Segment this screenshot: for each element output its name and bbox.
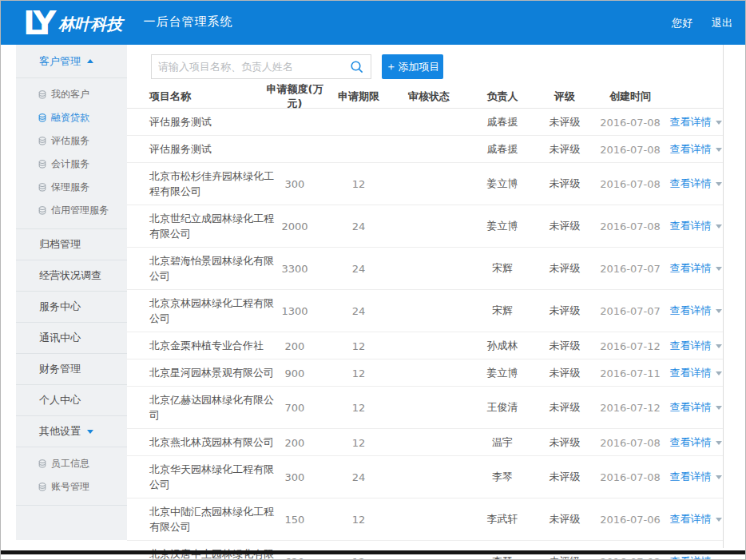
- caret-down-icon[interactable]: [716, 344, 722, 348]
- table-row: 北京碧海怡景园林绿化有限公司 3300 24 宋辉 未评级 2016-07-07…: [127, 248, 723, 290]
- sidebar-subitem-label: 我的客户: [51, 88, 89, 101]
- table-row: 北京燕北林茂园林有限公司 200 12 温宇 未评级 2016-07-08 查看…: [127, 429, 723, 456]
- caret-down-icon[interactable]: [716, 148, 722, 152]
- rating-value: 未评级: [538, 219, 591, 233]
- project-name: 北京金栗种植专业合作社: [149, 332, 279, 359]
- caret-down-icon[interactable]: [716, 371, 722, 375]
- view-details-link[interactable]: 查看详情: [670, 367, 712, 379]
- view-details-link[interactable]: 查看详情: [670, 177, 712, 189]
- sidebar-item-7[interactable]: 其他设置: [16, 416, 127, 447]
- owner-value: 姜立博: [470, 219, 534, 233]
- coin-stack-icon: [38, 90, 46, 99]
- action-cell: 查看详情: [667, 142, 724, 157]
- owner-value: 李琴: [470, 554, 534, 560]
- sidebar-subitem-7-1[interactable]: 账号管理: [16, 475, 127, 498]
- search-input[interactable]: [152, 55, 350, 78]
- logout-link[interactable]: 退出: [712, 16, 732, 30]
- add-project-button[interactable]: ＋ 添加项目: [382, 54, 443, 79]
- sidebar-item-5[interactable]: 财务管理: [16, 354, 127, 384]
- action-cell: 查看详情: [667, 400, 724, 415]
- caret-down-icon[interactable]: [716, 121, 722, 125]
- term-value: 12: [336, 436, 381, 448]
- term-value: 24: [336, 471, 381, 483]
- sidebar-item-1[interactable]: 归档管理: [16, 229, 127, 260]
- col-header-owner: 负责人: [470, 89, 534, 104]
- coin-stack-icon: [38, 459, 46, 468]
- sidebar-submenu: 员工信息账号管理: [16, 447, 127, 505]
- sidebar-item-label: 个人中心: [39, 393, 81, 407]
- main-content: ＋ 添加项目 项目名称 申请额度(万元) 申请期限 审核状态 负责人 评级 创建…: [127, 45, 724, 548]
- amount-value: 300: [263, 178, 327, 190]
- project-name: 北京燕北林茂园林有限公司: [149, 429, 279, 455]
- owner-value: 温宇: [470, 435, 534, 450]
- sidebar-subitem-0-4[interactable]: 保理服务: [16, 176, 127, 199]
- table-row: 北京金栗种植专业合作社 200 12 孙成林 未评级 2016-07-12 查看…: [127, 332, 723, 359]
- sidebar-item-6[interactable]: 个人中心: [16, 385, 127, 415]
- sidebar-item-2[interactable]: 经营状况调查: [16, 260, 127, 291]
- sidebar-subitem-0-3[interactable]: 会计服务: [16, 153, 127, 176]
- table-row: 评估服务测试 戚春援 未评级 2016-07-08 查看详情: [127, 136, 723, 163]
- sidebar-item-4[interactable]: 通讯中心: [16, 323, 127, 353]
- coin-stack-icon: [38, 160, 46, 169]
- caret-down-icon: [87, 430, 93, 434]
- owner-value: 姜立博: [470, 366, 534, 380]
- sidebar-subitem-7-0[interactable]: 员工信息: [16, 452, 127, 475]
- sidebar-group: 其他设置员工信息账号管理: [16, 416, 127, 506]
- owner-value: 宋辉: [470, 304, 534, 318]
- sidebar-item-0[interactable]: 客户管理: [16, 45, 127, 77]
- view-details-link[interactable]: 查看详情: [670, 340, 712, 351]
- sidebar-subitem-0-5[interactable]: 信用管理服务: [16, 199, 127, 222]
- created-date: 2016-07-08: [598, 178, 662, 190]
- rating-value: 未评级: [538, 142, 591, 157]
- action-cell: 查看详情: [667, 512, 724, 526]
- view-details-link[interactable]: 查看详情: [670, 401, 712, 413]
- toolbar: ＋ 添加项目: [127, 45, 723, 85]
- rating-value: 未评级: [538, 470, 591, 484]
- sidebar-subitem-label: 保理服务: [51, 181, 89, 194]
- view-details-link[interactable]: 查看详情: [670, 143, 712, 155]
- table-row: 北京华天园林绿化工程有限公司 300 24 李琴 未评级 2016-07-08 …: [127, 456, 723, 498]
- logo-company-name: 林叶科技: [58, 14, 122, 37]
- caret-down-icon[interactable]: [716, 406, 722, 410]
- caret-up-icon: [87, 59, 93, 63]
- system-title: 一后台管理系统: [143, 14, 232, 31]
- rating-value: 未评级: [538, 435, 591, 450]
- view-details-link[interactable]: 查看详情: [670, 116, 712, 128]
- table-row: 评估服务测试 戚春援 未评级 2016-07-08 查看详情: [127, 109, 723, 136]
- caret-down-icon[interactable]: [716, 182, 722, 186]
- projects-table: 项目名称 申请额度(万元) 申请期限 审核状态 负责人 评级 创建时间 评估服务…: [127, 85, 723, 560]
- search-icon[interactable]: [350, 60, 371, 74]
- top-header: LY 林叶科技 一后台管理系统 您好 退出: [1, 1, 745, 45]
- caret-down-icon[interactable]: [716, 518, 722, 522]
- view-details-link[interactable]: 查看详情: [670, 471, 712, 483]
- project-name: 北京碧海怡景园林绿化有限公司: [149, 248, 279, 289]
- owner-value: 李武轩: [470, 512, 534, 526]
- owner-value: 宋辉: [470, 261, 534, 276]
- sidebar-subitem-0-2[interactable]: 评估服务: [16, 129, 127, 153]
- app-window: LY 林叶科技 一后台管理系统 您好 退出 客户管理我的客户融资贷款评估服务会计…: [0, 0, 746, 560]
- view-details-link[interactable]: 查看详情: [670, 513, 712, 525]
- sidebar-subitem-0-1[interactable]: 融资贷款: [16, 106, 127, 129]
- sidebar-subitem-0-0[interactable]: 我的客户: [16, 83, 127, 106]
- col-header-created: 创建时间: [598, 89, 662, 104]
- caret-down-icon[interactable]: [716, 267, 722, 271]
- amount-value: 700: [263, 402, 327, 414]
- sidebar-subitem-label: 账号管理: [51, 480, 89, 494]
- term-value: 12: [336, 402, 381, 414]
- sidebar-item-3[interactable]: 服务中心: [16, 292, 127, 322]
- created-date: 2016-07-07: [598, 263, 662, 275]
- owner-value: 姜立博: [470, 177, 534, 191]
- caret-down-icon[interactable]: [716, 224, 722, 228]
- view-details-link[interactable]: 查看详情: [670, 262, 712, 274]
- view-details-link[interactable]: 查看详情: [670, 555, 712, 560]
- caret-down-icon[interactable]: [716, 475, 722, 479]
- caret-down-icon[interactable]: [716, 441, 722, 445]
- view-details-link[interactable]: 查看详情: [670, 220, 712, 232]
- created-date: 2016-07-12: [598, 402, 662, 414]
- caret-down-icon[interactable]: [716, 309, 722, 313]
- action-cell: 查看详情: [667, 435, 724, 450]
- amount-value: 3300: [263, 263, 327, 275]
- view-details-link[interactable]: 查看详情: [670, 304, 712, 316]
- created-date: 2016-07-08: [598, 143, 662, 155]
- view-details-link[interactable]: 查看详情: [670, 436, 712, 448]
